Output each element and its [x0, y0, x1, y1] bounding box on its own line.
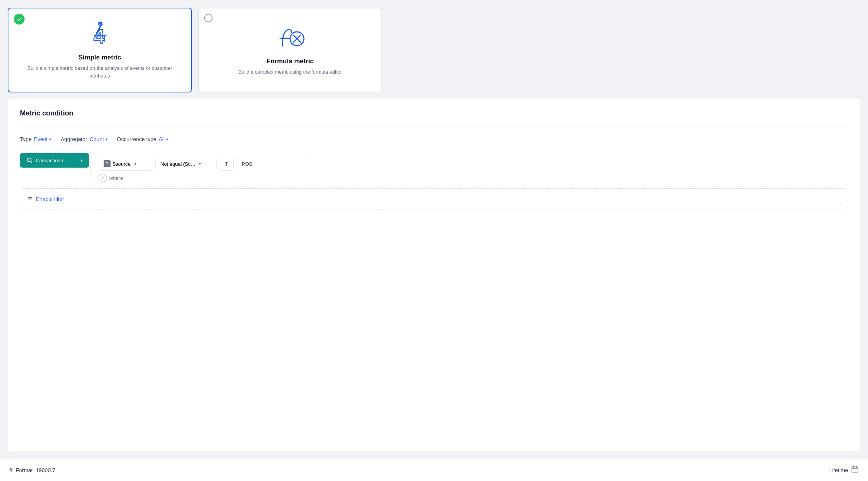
format-value: 19000.7 [36, 467, 55, 473]
value-input[interactable] [237, 158, 311, 170]
page-container: 4 Simple metric Build a simple metric ba… [0, 0, 868, 459]
operator-chevron-icon: ▾ [199, 161, 201, 166]
aggregator-dropdown[interactable]: Count ▾ [89, 136, 107, 142]
simple-metric-card[interactable]: 4 Simple metric Build a simple metric ba… [8, 8, 192, 92]
event-btn-col: transaction.c... ▾ [20, 153, 89, 168]
filter-tree-area: T $source ▾ Not equal (Str... ▾ [91, 153, 311, 182]
metric-condition-section: Metric condition Type Event ▾ Aggregator… [8, 99, 860, 451]
bottom-bar: # Format 19000.7 Lifetime [0, 459, 868, 481]
type-value: Event [34, 136, 48, 142]
svg-text:4: 4 [94, 25, 105, 47]
formula-metric-title: Formula metric [267, 58, 314, 65]
aggregator-label: Aggregator [61, 136, 87, 142]
section-title: Metric condition [20, 109, 848, 117]
event-chevron-icon: ▾ [81, 158, 83, 163]
metric-type-section: 4 Simple metric Build a simple metric ba… [8, 8, 860, 92]
formula-metric-card[interactable]: Formula metric Build a complex metric us… [198, 8, 382, 92]
formula-radio-circle [204, 14, 213, 22]
svg-rect-3 [852, 467, 858, 472]
type-field: Type Event ▾ [20, 136, 51, 142]
operator-value: Not equal (Str... [160, 161, 195, 167]
type-icon-label: T [225, 161, 229, 167]
enable-filter-label: Enable filter [36, 196, 64, 202]
operator-dropdown[interactable]: Not equal (Str... ▾ [155, 158, 217, 170]
aggregator-chevron-icon: ▾ [106, 137, 108, 142]
where-add-area: + where [91, 174, 311, 182]
branches-area: T $source ▾ Not equal (Str... ▾ [91, 153, 311, 182]
property-chevron-icon: ▾ [134, 161, 137, 166]
aggregator-field: Aggregator Count ▾ [61, 136, 108, 142]
property-dropdown[interactable]: T $source ▾ [99, 157, 152, 171]
selected-check-icon [14, 14, 25, 25]
format-display: # Format 19000.7 [9, 467, 55, 474]
filter-lines-icon: ≡ [28, 195, 32, 203]
calendar-icon [851, 465, 859, 475]
lifetime-label: Lifetime [829, 467, 848, 473]
event-selector-label: transaction.c... [36, 158, 69, 163]
where-add-button[interactable]: + where [99, 174, 123, 182]
type-chevron-icon: ▾ [49, 137, 51, 142]
event-selector-button[interactable]: transaction.c... ▾ [20, 153, 89, 168]
aggregator-value: Count [89, 136, 104, 142]
occurrence-type-dropdown[interactable]: All ▾ [159, 136, 169, 142]
occurrence-type-chevron-icon: ▾ [166, 137, 168, 142]
where-add-label: where [109, 175, 123, 181]
add-circle-icon: + [99, 174, 107, 182]
simple-metric-desc: Build a simple metric based on the analy… [24, 64, 176, 79]
occurrence-type-label: Occurrence type [117, 136, 157, 142]
lifetime-display[interactable]: Lifetime [829, 465, 859, 475]
search-icon [26, 157, 33, 164]
enable-filter-section[interactable]: ≡ Enable filter [20, 188, 848, 209]
filter-condition-items: T $source ▾ Not equal (Str... ▾ [99, 157, 311, 171]
formula-metric-icon [275, 25, 305, 51]
tree-structure: T $source ▾ Not equal (Str... ▾ [91, 153, 311, 182]
hash-icon: # [9, 467, 13, 474]
property-type-icon: T [104, 160, 111, 167]
type-icon-button[interactable]: T [220, 157, 234, 171]
format-label: Format [16, 467, 33, 473]
type-label: Type [20, 136, 31, 142]
formula-metric-desc: Build a complex metric using the formula… [238, 68, 342, 76]
property-value: $source [113, 161, 130, 167]
condition-settings-row: Type Event ▾ Aggregator Count ▾ Occurren… [20, 136, 848, 142]
section-divider [20, 127, 848, 127]
h-line-2 [91, 178, 99, 178]
event-conditions-area: transaction.c... ▾ [20, 153, 848, 182]
type-dropdown[interactable]: Event ▾ [34, 136, 51, 142]
occurrence-type-field: Occurrence type All ▾ [117, 136, 168, 142]
occurrence-type-value: All [159, 136, 165, 142]
h-line [91, 164, 99, 164]
where-condition-row: T $source ▾ Not equal (Str... ▾ [91, 157, 311, 171]
simple-metric-title: Simple metric [78, 54, 121, 61]
simple-metric-icon: 4 [84, 21, 115, 48]
